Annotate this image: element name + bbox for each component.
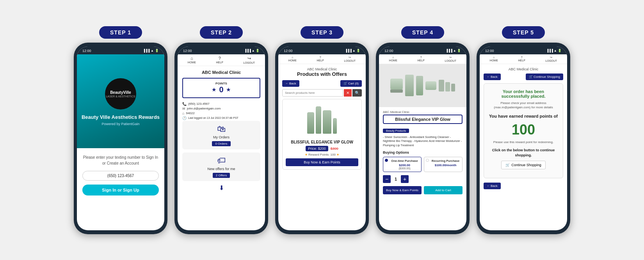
back-arrow-5-bottom: ←: [487, 184, 490, 188]
s2-myorders-card[interactable]: 🛍 My Orders 0 Orders: [182, 121, 260, 149]
s3-title: Products with Offers: [282, 71, 362, 77]
step-2-badge: STEP 2: [200, 26, 243, 39]
s3-price-old: $300: [331, 147, 338, 151]
logout-icon-5: ↪: [550, 56, 552, 59]
s4-navbar: ⌂ HOME ? HELP ↪ LOGOUT: [379, 54, 466, 64]
bag-icon: 🛍: [185, 124, 257, 134]
s3-product-card: BLISSFUL ELEGANCE VIP GLOW Price: $200 $…: [282, 99, 362, 170]
s3-product-name: BLISSFUL ELEGANCE VIP GLOW: [286, 140, 358, 144]
help-icon-4: ?: [420, 56, 422, 59]
s2-zip: ⌂ 94022: [182, 111, 260, 115]
s2-points-row: ★ 0 ★: [186, 85, 256, 94]
bottle-3: [323, 110, 331, 134]
s5-clinic: ABC Medical Clinic: [484, 67, 563, 71]
s3-buy-button[interactable]: Buy Now & Earn Points: [286, 158, 358, 166]
s5-navbar: ⌂ HOME ? HELP ↪ LOGOUT: [480, 54, 567, 64]
clock-icon-2: 🕐: [182, 116, 187, 120]
option-radio-2: [426, 159, 429, 162]
s5-back-bottom-row: ← Back: [484, 181, 563, 189]
s3-search-input[interactable]: [282, 89, 343, 97]
s5-order-box: Your order has been successsfully placed…: [484, 83, 563, 179]
s3-top-row: ← Back 🛒 Cart (0): [282, 80, 362, 87]
qty-increase[interactable]: +: [401, 175, 409, 183]
product-img-jar2: [425, 81, 436, 90]
nav-help-2[interactable]: ? HELP: [216, 56, 223, 64]
back-arrow-5-top: ←: [487, 75, 490, 79]
s2-content: ABC Medical Clinic POINTS ★ 0 ★ 📞 (650) …: [178, 66, 265, 195]
s3-cart-button[interactable]: 🛒 Cart (0): [340, 80, 362, 87]
s5-click-msg: Click on the below button to continue sh…: [489, 148, 558, 158]
s1-desc: Please enter your texting number to Sign…: [82, 154, 159, 166]
s2-points-label: POINTS: [186, 82, 256, 85]
nav-home-5[interactable]: ⌂ HOME: [490, 56, 498, 62]
screen-2: 12:00 ▐▐▐ ▲ 🔋 ⌂ HOME ? HELP ↪: [178, 47, 265, 230]
phone-input[interactable]: [82, 171, 159, 181]
s5-back-top-button[interactable]: ← Back: [484, 74, 501, 80]
nav-logout-3[interactable]: ↪ LOGOUT: [344, 56, 356, 62]
step-4-badge: STEP 4: [401, 26, 444, 39]
s4-options: One-time Purchase $200.00 ($300.00) Recu…: [383, 157, 463, 172]
s4-desc: - Sheer Sunscreen - Antioxidant Soothing…: [383, 135, 463, 148]
step-2-column: STEP 2 12:00 ▐▐▐ ▲ 🔋 ⌂ HOME ?: [174, 26, 268, 234]
nav-help-3[interactable]: ? HELP: [317, 56, 324, 62]
s4-product-title: Blissful Elegance VIP Glow: [383, 115, 463, 124]
screen-4: 12:00 ▐▐▐ ▲ 🔋 ⌂ HOME ? HELP ↪ LOGOUT: [379, 47, 466, 230]
phone-2: 12:00 ▐▐▐ ▲ 🔋 ⌂ HOME ? HELP ↪: [174, 43, 268, 234]
s3-clear-button[interactable]: ✕: [344, 89, 352, 97]
s5-continue-button[interactable]: 🛒 Continue Shopping: [501, 161, 546, 169]
nav-home-3[interactable]: ⌂ HOME: [288, 56, 297, 62]
s4-cart-button[interactable]: Add to Cart: [424, 186, 463, 194]
s4-option-1[interactable]: One-time Purchase $200.00 ($300.00): [383, 157, 422, 172]
s5-back-bottom-button[interactable]: ← Back: [484, 183, 501, 189]
phone-1: 12:00 ▐▐▐ ▲ 🔋 BeautyVille LASER & AESTHE…: [74, 43, 167, 234]
logout-icon-3: ↪: [349, 56, 351, 59]
s5-check-email: Please check your email address (max.m@p…: [489, 101, 558, 109]
s1-logo-text-block: BeautyVille LASER & AESTHETICS: [106, 90, 135, 98]
notch-2: [206, 47, 237, 54]
s2-points-box: POINTS ★ 0 ★: [182, 78, 260, 98]
nav-logout-2[interactable]: ↪ LOGOUT: [244, 56, 255, 64]
nav-home-2[interactable]: ⌂ HOME: [188, 56, 196, 64]
help-icon-2: ?: [219, 56, 221, 61]
help-icon-3: ?: [320, 56, 321, 59]
home-icon-4: ⌂: [392, 56, 394, 59]
cart-icon-5-top: 🛒: [529, 75, 533, 79]
s5-shop-top-button[interactable]: 🛒 Continue Shopping: [526, 74, 563, 80]
signin-button[interactable]: Sign In or Sign Up: [82, 185, 159, 195]
s1-powered: Powered by PatientGain: [101, 122, 139, 126]
home-icon-5: ⌂: [493, 56, 495, 59]
step-4-column: STEP 4 12:00 ▐▐▐ ▲ 🔋 ⌂ HOME ? HELP: [376, 26, 470, 234]
s3-back-button[interactable]: ← Back: [282, 80, 299, 87]
s3-search-button[interactable]: 🔍: [352, 89, 362, 97]
home-icon-3: ⌂: [292, 56, 293, 59]
qty-decrease[interactable]: −: [383, 175, 391, 183]
s4-content: ABC Medical Clinic Blissful Elegance VIP…: [379, 64, 466, 230]
s3-clinic: ABC Medical Clinic: [282, 67, 362, 71]
option-radio-1: [385, 159, 388, 162]
nav-logout-4[interactable]: ↪ LOGOUT: [445, 56, 457, 62]
step-1-column: STEP 1 12:00 ▐▐▐ ▲ 🔋 BeautyVille: [74, 26, 167, 234]
s2-orders-badge: 0 Orders: [212, 141, 230, 146]
s5-content: ABC Medical Clinic ← Back 🛒 Continue Sho…: [480, 64, 567, 193]
star-left: ★: [212, 86, 217, 93]
nav-logout-5[interactable]: ↪ LOGOUT: [546, 56, 557, 62]
s5-top-row: ← Back 🛒 Continue Shopping: [484, 74, 563, 80]
step-5-badge: STEP 5: [502, 26, 545, 39]
reward-star-right: ★: [336, 153, 339, 156]
s2-offers-card[interactable]: 🏷 New offers for me 2 Offers: [182, 152, 260, 181]
s4-clinic: ABC Medical Clinic: [383, 110, 463, 114]
bottle-2: [316, 106, 321, 134]
s4-option-2[interactable]: Recurring Purchase $100.00/month: [424, 157, 463, 172]
s5-use-msg: Please use this reward point for redeemi…: [489, 140, 558, 144]
nav-help-5[interactable]: ? HELP: [518, 56, 525, 62]
nav-home-4[interactable]: ⌂ HOME: [389, 56, 397, 62]
s4-buy-button[interactable]: Buy Now & Earn Points: [383, 186, 422, 194]
s4-tag: Beauty Products: [383, 126, 463, 135]
s2-download[interactable]: ⬇: [182, 184, 260, 192]
bottle-1: [307, 112, 314, 134]
phone-3: 12:00 ▐▐▐ ▲ 🔋 ⌂ HOME ? HELP ↪ LOGOUT: [275, 43, 369, 234]
screen-3: 12:00 ▐▐▐ ▲ 🔋 ⌂ HOME ? HELP ↪ LOGOUT: [278, 47, 366, 230]
product-img-small: [439, 80, 455, 91]
nav-help-4[interactable]: ? HELP: [418, 56, 425, 62]
s2-lastlog: 🕐 Last logged on 13 Jul 2022 04:37:48 PS…: [182, 116, 260, 120]
